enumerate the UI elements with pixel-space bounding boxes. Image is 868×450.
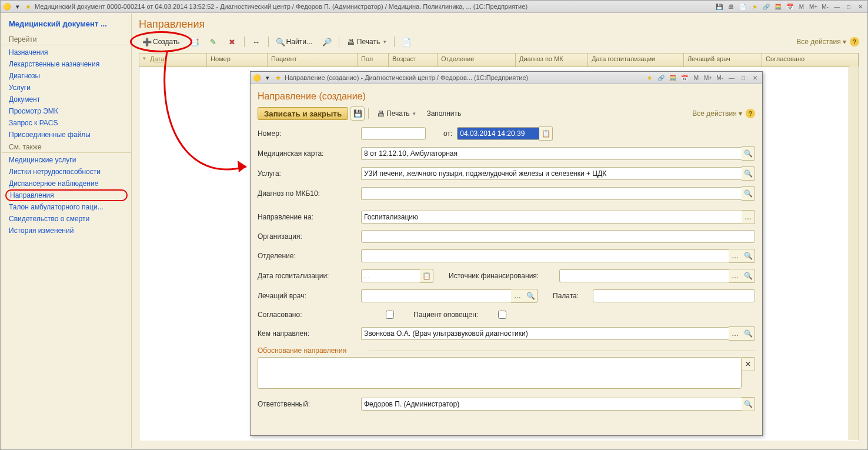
refto-select-button[interactable]: … xyxy=(742,210,755,224)
sidebar-item-0[interactable]: Назначения xyxy=(2,46,131,58)
hospdate-picker-button[interactable]: 📋 xyxy=(420,269,433,283)
maximize-button[interactable]: □ xyxy=(844,2,853,11)
diag-lookup-button[interactable]: 🔍 xyxy=(742,186,755,201)
minimize-button[interactable]: — xyxy=(832,2,842,11)
tb-m-icon[interactable]: M xyxy=(797,2,806,11)
star-icon[interactable]: ★ xyxy=(274,74,282,82)
field-ward[interactable] xyxy=(593,289,755,302)
tb-calc-icon[interactable]: 🧮 xyxy=(773,2,783,11)
col-doctor[interactable]: Лечащий врач xyxy=(684,54,762,66)
report-button[interactable]: 📄 xyxy=(398,35,415,49)
tb-mminus-icon[interactable]: M- xyxy=(820,2,830,11)
col-patient[interactable]: Пациент xyxy=(268,54,358,66)
field-hospdate[interactable]: . . xyxy=(361,269,420,282)
field-service[interactable]: УЗИ печени, желчного пузыря, поджелудочн… xyxy=(361,167,742,180)
clear-find-button[interactable]: 🔎 xyxy=(319,35,335,49)
dept-select-button[interactable]: … xyxy=(729,249,742,263)
col-date[interactable]: Дата xyxy=(139,54,207,66)
refby-select-button[interactable]: … xyxy=(729,326,742,341)
help-icon[interactable]: ? xyxy=(850,37,859,46)
date-picker-button[interactable]: 📋 xyxy=(539,126,553,141)
col-dept[interactable]: Отделение xyxy=(438,54,516,66)
sidebar-item-5[interactable]: Просмотр ЭМК xyxy=(2,105,131,117)
field-diag[interactable] xyxy=(361,187,742,200)
sidebar-item2-0[interactable]: Медицинские услуги xyxy=(2,154,131,166)
field-justification[interactable] xyxy=(258,357,742,389)
edit-button[interactable]: ✎ xyxy=(205,35,222,49)
sidebar-item2-5[interactable]: Свидетельство о смерти xyxy=(2,213,131,225)
responsible-lookup-button[interactable]: 🔍 xyxy=(742,397,755,411)
tb-save-icon[interactable]: 💾 xyxy=(715,2,724,11)
d-mplus-icon[interactable]: M+ xyxy=(703,74,713,82)
col-hospdate[interactable]: Дата госпитализации xyxy=(588,54,684,66)
field-finsrc[interactable] xyxy=(559,269,729,282)
tb-cal-icon[interactable]: 📅 xyxy=(785,2,794,11)
d-calc-icon[interactable]: 🧮 xyxy=(668,74,677,82)
dialog-all-actions[interactable]: Все действия ▾ xyxy=(692,109,742,118)
sidebar-item-4[interactable]: Документ xyxy=(2,94,131,105)
fill-button[interactable]: Заполнить xyxy=(422,106,465,121)
d-link-icon[interactable]: 🔗 xyxy=(656,74,666,82)
print-button[interactable]: 🖶Печать xyxy=(343,35,390,49)
find-button[interactable]: 🔍Найти... xyxy=(272,35,316,49)
d-m-icon[interactable]: M xyxy=(692,74,701,82)
field-dept[interactable] xyxy=(361,249,729,262)
col-age[interactable]: Возраст xyxy=(389,54,438,66)
col-diag[interactable]: Диагноз по МК xyxy=(516,54,588,66)
sidebar-item-directions[interactable]: Направления xyxy=(5,189,128,201)
medcard-lookup-button[interactable]: 🔍 xyxy=(742,146,755,161)
refby-lookup-button[interactable]: 🔍 xyxy=(742,326,755,341)
delete-button[interactable]: ✖ xyxy=(224,35,241,49)
sidebar-item-3[interactable]: Услуги xyxy=(2,82,131,94)
sidebar-item-6[interactable]: Запрос к PACS xyxy=(2,117,131,129)
field-org[interactable] xyxy=(361,230,755,243)
field-number[interactable] xyxy=(361,127,426,140)
sidebar-item2-4[interactable]: Талон амбулаторного паци... xyxy=(2,201,131,213)
nav-down-icon[interactable]: ▾ xyxy=(263,74,272,82)
field-refby[interactable]: Звонкова О.А. (Врач ультразвуковой диагн… xyxy=(361,327,729,340)
sidebar-item2-2[interactable]: Диспансерное наблюдение xyxy=(2,178,131,189)
star-icon[interactable]: ★ xyxy=(24,2,32,11)
dialog-print-button[interactable]: 🖶Печать xyxy=(372,106,420,121)
checkbox-notified[interactable] xyxy=(498,311,506,319)
d-cal-icon[interactable]: 📅 xyxy=(680,74,689,82)
dialog-minimize[interactable]: — xyxy=(727,74,736,82)
tb-mplus-icon[interactable]: M+ xyxy=(809,2,818,11)
tb-print-icon[interactable]: 🖶 xyxy=(726,2,736,11)
create-button[interactable]: ➕Создать xyxy=(139,35,184,49)
field-medcard[interactable]: 8 от 12.12.10, Амбулаторная xyxy=(361,147,742,160)
field-date[interactable]: 04.03.2014 14:20:39 xyxy=(457,127,539,140)
dialog-help-icon[interactable]: ? xyxy=(746,109,755,118)
save-button[interactable]: 💾 xyxy=(350,106,365,121)
col-sex[interactable]: Пол xyxy=(358,54,389,66)
sidebar-item2-1[interactable]: Листки нетрудоспособности xyxy=(2,166,131,178)
tb-link-icon[interactable]: 🔗 xyxy=(762,2,771,11)
col-agreed[interactable]: Согласовано xyxy=(762,54,859,66)
sidebar-item2-6[interactable]: История изменений xyxy=(2,225,131,236)
copy-button[interactable]: 📑 xyxy=(186,35,203,49)
field-refto[interactable]: Госпитализацию xyxy=(361,211,742,224)
dialog-close[interactable]: ✕ xyxy=(750,74,760,82)
field-doctor[interactable] xyxy=(361,289,511,302)
refresh-button[interactable]: ↔ xyxy=(248,35,265,49)
save-close-button[interactable]: Записать и закрыть xyxy=(258,107,348,120)
sidebar-item-7[interactable]: Присоединенные файлы xyxy=(2,129,131,141)
finsrc-select-button[interactable]: … xyxy=(729,269,742,283)
doctor-lookup-button[interactable]: 🔍 xyxy=(524,289,538,303)
grid-scrollbar[interactable] xyxy=(849,66,859,440)
checkbox-agreed[interactable] xyxy=(386,311,394,319)
all-actions-link[interactable]: Все действия ▾ xyxy=(796,38,846,46)
col-number[interactable]: Номер xyxy=(207,54,268,66)
dialog-maximize[interactable]: □ xyxy=(739,74,748,82)
finsrc-lookup-button[interactable]: 🔍 xyxy=(742,269,755,283)
field-responsible[interactable]: Федоров П. (Администратор) xyxy=(361,398,742,411)
dept-lookup-button[interactable]: 🔍 xyxy=(742,249,755,263)
close-button[interactable]: ✕ xyxy=(856,2,865,11)
tb-star2-icon[interactable]: ★ xyxy=(750,2,759,11)
d-star-icon[interactable]: ★ xyxy=(645,74,654,82)
tb-doc-icon[interactable]: 📄 xyxy=(738,2,747,11)
d-mminus-icon[interactable]: M- xyxy=(715,74,725,82)
doctor-select-button[interactable]: … xyxy=(511,289,524,303)
sidebar-item-1[interactable]: Лекарственные назначения xyxy=(2,58,131,70)
sidebar-item-2[interactable]: Диагнозы xyxy=(2,70,131,82)
